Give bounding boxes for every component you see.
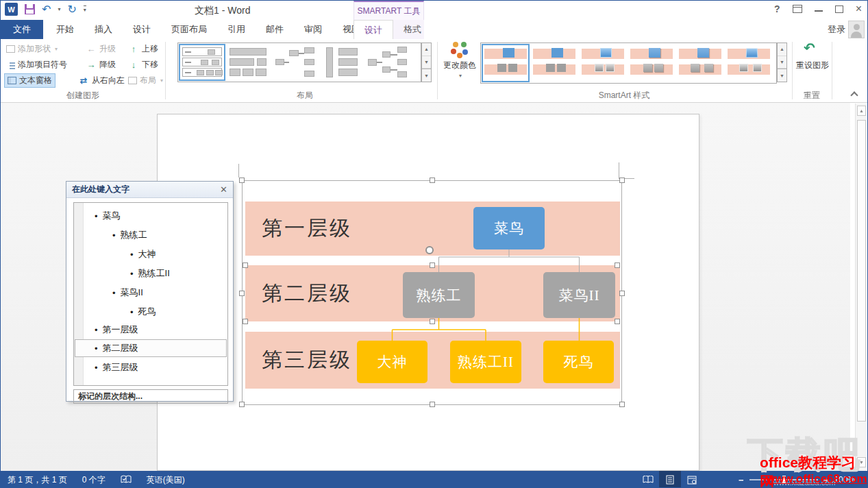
avatar[interactable] (848, 21, 865, 38)
node-caiNiao[interactable]: 菜鸟 (473, 207, 545, 249)
shape-resize-handle[interactable] (430, 319, 435, 324)
redo-button[interactable]: ↻ (67, 4, 76, 15)
layout-thumb-4[interactable] (321, 46, 363, 79)
shape-resize-handle[interactable] (615, 319, 620, 324)
layout-gallery-down-icon[interactable]: ▼ (422, 56, 431, 69)
text-pane-item[interactable]: 死鸟 (130, 303, 156, 321)
text-pane-close-icon[interactable]: ✕ (220, 184, 227, 195)
text-pane-item[interactable]: 菜鸟II (112, 284, 143, 302)
resize-handle[interactable] (239, 178, 245, 183)
add-bullet-button[interactable]: 添加项目符号 (6, 58, 67, 72)
text-pane-item[interactable]: 菜鸟 (95, 207, 121, 225)
tab-home[interactable]: 开始 (46, 20, 84, 39)
demote-button[interactable]: → 降级 (86, 58, 116, 72)
layout-gallery-up-icon[interactable]: ▲ (422, 43, 431, 56)
undo-button[interactable]: ↶ (42, 4, 51, 15)
proofing-status-icon[interactable] (121, 475, 132, 485)
layout-button[interactable]: 布局▾ (128, 73, 163, 88)
document-canvas[interactable]: 第一层级 第二层级 第三层级 菜鸟 熟练工 菜鸟II 大神 熟练工II 死鸟 (1, 103, 850, 471)
web-layout-button[interactable] (681, 471, 703, 488)
scroll-up-icon[interactable]: ▲ (857, 106, 866, 116)
tab-smartart-design[interactable]: 设计 (354, 20, 393, 39)
style-thumb-2[interactable] (532, 46, 576, 80)
shape-resize-handle[interactable] (430, 263, 435, 268)
tab-insert[interactable]: 插入 (84, 20, 123, 39)
page-number-indicator[interactable]: 第 1 页，共 1 页 (8, 474, 67, 486)
tab-file[interactable]: 文件 (1, 20, 43, 39)
move-up-button[interactable]: ↑ 上移 (128, 42, 158, 56)
scroll-down-icon[interactable]: ▼ (857, 457, 866, 467)
resize-handle[interactable] (619, 178, 625, 183)
resize-handle[interactable] (619, 291, 625, 296)
read-mode-button[interactable] (637, 471, 659, 488)
text-pane-item[interactable]: 第三层级 (95, 358, 138, 376)
maximize-button[interactable] (835, 5, 843, 13)
zoom-out-icon[interactable]: − (739, 475, 744, 485)
right-to-left-button[interactable]: ⇄ 从右向左 (78, 73, 125, 88)
move-down-button[interactable]: ↓ 下移 (128, 58, 158, 72)
text-pane-item[interactable]: 熟练工 (112, 226, 147, 244)
tab-mailings[interactable]: 邮件 (256, 20, 294, 39)
resize-handle[interactable] (239, 291, 245, 296)
customize-qat-button[interactable]: ▾ (84, 5, 86, 13)
style-gallery-more-icon[interactable]: ▼ (778, 69, 786, 82)
zoom-level-indicator[interactable]: 100% (834, 475, 855, 485)
style-thumb-3[interactable] (581, 46, 625, 80)
style-gallery-up-icon[interactable]: ▲ (778, 43, 786, 56)
minimize-button[interactable] (815, 5, 823, 13)
change-colors-button[interactable]: 更改颜色 ▾ (442, 42, 478, 79)
zoom-slider[interactable] (749, 479, 818, 480)
collapse-ribbon-icon[interactable] (851, 90, 858, 97)
node-shuLianGong2[interactable]: 熟练工II (450, 341, 521, 383)
add-shape-button[interactable]: 添加形状▾ (6, 42, 58, 56)
help-button[interactable]: ? (774, 3, 780, 14)
text-pane-header[interactable]: 在此处键入文字 ✕ (66, 182, 233, 198)
resize-handle[interactable] (430, 402, 435, 407)
layout-gallery-more-icon[interactable]: ▼ (422, 69, 431, 82)
ribbon-display-options-button[interactable] (793, 5, 802, 13)
tab-references[interactable]: 引用 (217, 20, 256, 39)
style-thumb-6[interactable] (727, 46, 771, 80)
language-indicator[interactable]: 英语(美国) (147, 474, 185, 486)
save-button[interactable] (25, 4, 35, 14)
undo-dropdown-icon[interactable]: ▾ (58, 6, 60, 12)
style-thumb-5[interactable] (678, 46, 722, 80)
close-button[interactable]: × (856, 5, 862, 13)
zoom-in-icon[interactable]: + (823, 475, 829, 485)
text-pane-item-selected[interactable]: 第二层级 (95, 339, 138, 357)
layout-thumb-3[interactable] (274, 46, 317, 79)
tab-design[interactable]: 设计 (123, 20, 161, 39)
resize-handle[interactable] (619, 402, 625, 407)
sign-in-link[interactable]: 登录 (828, 23, 845, 36)
node-daShen[interactable]: 大神 (357, 341, 427, 383)
layout-thumb-5[interactable] (367, 46, 410, 79)
word-count-indicator[interactable]: 0 个字 (82, 474, 106, 486)
style-thumb-1[interactable] (484, 46, 528, 80)
text-pane-toggle-button[interactable]: 文本窗格 (4, 73, 55, 88)
smartart-canvas[interactable]: 第一层级 第二层级 第三层级 菜鸟 熟练工 菜鸟II 大神 熟练工II 死鸟 (242, 180, 622, 405)
text-pane-list[interactable]: 菜鸟 熟练工 大神 熟练工II 菜鸟II 死鸟 第一层级 第二层级 第三层级 (73, 202, 228, 386)
vertical-scrollbar[interactable]: ▲ ▼ (855, 103, 867, 471)
zoom-slider-thumb[interactable] (782, 476, 786, 484)
shape-resize-handle[interactable] (243, 319, 248, 324)
tab-page-layout[interactable]: 页面布局 (161, 20, 217, 39)
node-caiNiao2[interactable]: 菜鸟II (543, 272, 615, 318)
promote-button[interactable]: ← 升级 (86, 42, 116, 56)
style-gallery-down-icon[interactable]: ▼ (778, 56, 786, 69)
shape-resize-handle[interactable] (243, 263, 248, 268)
resize-handle[interactable] (430, 178, 435, 183)
text-pane-item[interactable]: 熟练工II (130, 265, 170, 282)
layout-thumb-2[interactable] (227, 46, 270, 79)
reset-graphic-button[interactable]: ↶ 重设图形 (794, 42, 831, 71)
node-shuLianGong[interactable]: 熟练工 (403, 272, 475, 318)
text-pane-item[interactable]: 第一层级 (95, 321, 138, 339)
text-pane-item[interactable]: 大神 (130, 245, 156, 263)
node-siNiao[interactable]: 死鸟 (543, 341, 614, 383)
resize-handle[interactable] (239, 402, 245, 407)
style-thumb-4[interactable] (630, 46, 673, 80)
layout-thumb-labeled-hierarchy[interactable] (181, 46, 223, 79)
scrollbar-thumb[interactable] (857, 120, 866, 422)
print-layout-button[interactable] (659, 471, 681, 488)
tab-smartart-format[interactable]: 格式 (393, 20, 432, 39)
tab-review[interactable]: 审阅 (294, 20, 332, 39)
